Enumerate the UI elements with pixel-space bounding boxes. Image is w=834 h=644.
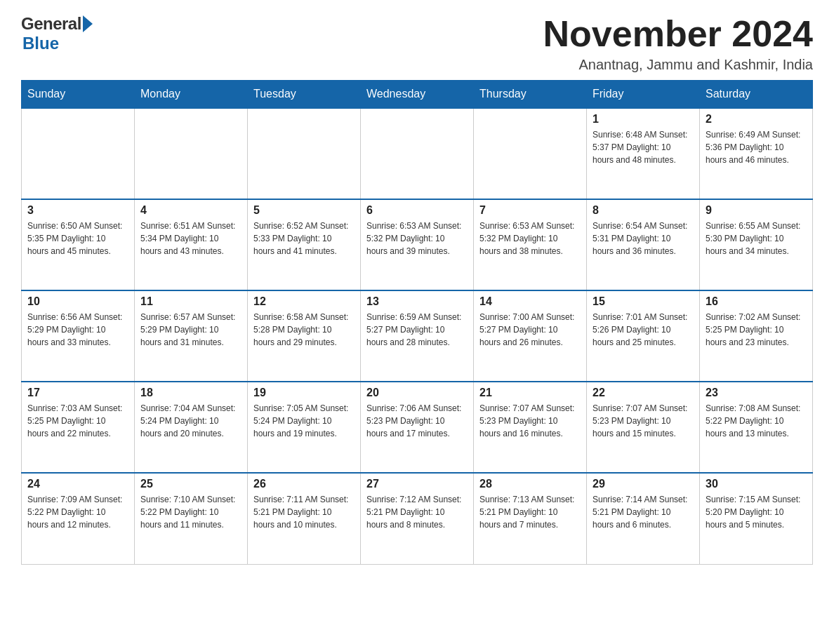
calendar-cell: 15Sunrise: 7:01 AM Sunset: 5:26 PM Dayli… [587,290,700,382]
calendar-week-5: 24Sunrise: 7:09 AM Sunset: 5:22 PM Dayli… [22,473,813,564]
day-info: Sunrise: 6:48 AM Sunset: 5:37 PM Dayligh… [593,128,694,166]
day-number: 16 [706,295,807,308]
logo-chevron-icon [83,15,93,32]
day-number: 12 [253,295,355,308]
logo-blue-text: Blue [22,34,59,53]
calendar-header-thursday: Thursday [474,81,587,109]
day-number: 7 [479,204,581,217]
day-number: 20 [366,387,468,399]
day-info: Sunrise: 7:15 AM Sunset: 5:20 PM Dayligh… [706,493,807,531]
calendar-cell: 3Sunrise: 6:50 AM Sunset: 5:35 PM Daylig… [22,199,135,290]
day-info: Sunrise: 6:56 AM Sunset: 5:29 PM Dayligh… [27,311,128,349]
day-number: 8 [593,204,694,217]
calendar-cell: 2Sunrise: 6:49 AM Sunset: 5:36 PM Daylig… [700,108,813,199]
day-number: 4 [140,204,241,217]
calendar-cell: 8Sunrise: 6:54 AM Sunset: 5:31 PM Daylig… [587,199,700,290]
day-number: 2 [706,113,807,126]
calendar-cell [135,108,248,199]
calendar-cell [474,108,587,199]
calendar-table: SundayMondayTuesdayWednesdayThursdayFrid… [21,80,813,565]
calendar-header-wednesday: Wednesday [361,81,474,109]
day-info: Sunrise: 6:58 AM Sunset: 5:28 PM Dayligh… [253,311,355,349]
day-number: 27 [366,478,468,490]
day-info: Sunrise: 7:11 AM Sunset: 5:21 PM Dayligh… [253,493,355,531]
day-number: 3 [27,204,128,217]
day-number: 30 [706,478,807,490]
calendar-cell: 11Sunrise: 6:57 AM Sunset: 5:29 PM Dayli… [135,290,248,382]
day-info: Sunrise: 7:00 AM Sunset: 5:27 PM Dayligh… [479,311,581,349]
day-number: 24 [27,478,128,490]
day-info: Sunrise: 7:02 AM Sunset: 5:25 PM Dayligh… [706,311,807,349]
calendar-header-friday: Friday [587,81,700,109]
calendar-header-monday: Monday [135,81,248,109]
day-number: 17 [27,387,128,399]
calendar-cell: 4Sunrise: 6:51 AM Sunset: 5:34 PM Daylig… [135,199,248,290]
calendar-cell [248,108,361,199]
calendar-cell: 9Sunrise: 6:55 AM Sunset: 5:30 PM Daylig… [700,199,813,290]
day-info: Sunrise: 6:49 AM Sunset: 5:36 PM Dayligh… [706,128,807,166]
calendar-cell: 5Sunrise: 6:52 AM Sunset: 5:33 PM Daylig… [248,199,361,290]
day-info: Sunrise: 7:13 AM Sunset: 5:21 PM Dayligh… [479,493,581,531]
day-number: 11 [140,295,241,308]
day-info: Sunrise: 6:53 AM Sunset: 5:32 PM Dayligh… [366,220,468,257]
calendar-cell: 20Sunrise: 7:06 AM Sunset: 5:23 PM Dayli… [361,382,474,473]
calendar-cell: 16Sunrise: 7:02 AM Sunset: 5:25 PM Dayli… [700,290,813,382]
calendar-cell: 23Sunrise: 7:08 AM Sunset: 5:22 PM Dayli… [700,382,813,473]
day-number: 5 [253,204,355,217]
calendar-cell: 10Sunrise: 6:56 AM Sunset: 5:29 PM Dayli… [22,290,135,382]
calendar-header-row: SundayMondayTuesdayWednesdayThursdayFrid… [22,81,813,109]
day-info: Sunrise: 7:12 AM Sunset: 5:21 PM Dayligh… [366,493,468,531]
day-info: Sunrise: 7:06 AM Sunset: 5:23 PM Dayligh… [366,402,468,440]
calendar-week-3: 10Sunrise: 6:56 AM Sunset: 5:29 PM Dayli… [22,290,813,382]
title-section: November 2024 Anantnag, Jammu and Kashmi… [543,14,813,73]
day-info: Sunrise: 6:54 AM Sunset: 5:31 PM Dayligh… [593,220,694,257]
day-number: 29 [593,478,694,490]
day-number: 1 [593,113,694,126]
day-number: 6 [366,204,468,217]
calendar-cell: 7Sunrise: 6:53 AM Sunset: 5:32 PM Daylig… [474,199,587,290]
calendar-cell: 19Sunrise: 7:05 AM Sunset: 5:24 PM Dayli… [248,382,361,473]
day-number: 9 [706,204,807,217]
day-info: Sunrise: 7:10 AM Sunset: 5:22 PM Dayligh… [140,493,241,531]
day-number: 19 [253,387,355,399]
calendar-cell: 14Sunrise: 7:00 AM Sunset: 5:27 PM Dayli… [474,290,587,382]
calendar-cell: 26Sunrise: 7:11 AM Sunset: 5:21 PM Dayli… [248,473,361,564]
calendar-cell: 22Sunrise: 7:07 AM Sunset: 5:23 PM Dayli… [587,382,700,473]
day-info: Sunrise: 7:03 AM Sunset: 5:25 PM Dayligh… [27,402,128,440]
day-info: Sunrise: 7:01 AM Sunset: 5:26 PM Dayligh… [593,311,694,349]
calendar-header-saturday: Saturday [700,81,813,109]
month-title: November 2024 [543,14,813,54]
calendar-header-sunday: Sunday [22,81,135,109]
day-info: Sunrise: 6:59 AM Sunset: 5:27 PM Dayligh… [366,311,468,349]
day-info: Sunrise: 7:08 AM Sunset: 5:22 PM Dayligh… [706,402,807,440]
day-info: Sunrise: 7:07 AM Sunset: 5:23 PM Dayligh… [593,402,694,440]
day-info: Sunrise: 6:52 AM Sunset: 5:33 PM Dayligh… [253,220,355,257]
day-number: 22 [593,387,694,399]
calendar-cell: 12Sunrise: 6:58 AM Sunset: 5:28 PM Dayli… [248,290,361,382]
logo-general-text: General [21,14,81,34]
location-text: Anantnag, Jammu and Kashmir, India [543,57,813,73]
day-info: Sunrise: 7:07 AM Sunset: 5:23 PM Dayligh… [479,402,581,440]
calendar-cell: 1Sunrise: 6:48 AM Sunset: 5:37 PM Daylig… [587,108,700,199]
calendar-cell [361,108,474,199]
day-number: 18 [140,387,241,399]
calendar-cell: 27Sunrise: 7:12 AM Sunset: 5:21 PM Dayli… [361,473,474,564]
calendar-cell: 25Sunrise: 7:10 AM Sunset: 5:22 PM Dayli… [135,473,248,564]
calendar-cell: 6Sunrise: 6:53 AM Sunset: 5:32 PM Daylig… [361,199,474,290]
day-number: 26 [253,478,355,490]
day-info: Sunrise: 7:05 AM Sunset: 5:24 PM Dayligh… [253,402,355,440]
page-header: General Blue November 2024 Anantnag, Jam… [21,14,813,73]
calendar-week-4: 17Sunrise: 7:03 AM Sunset: 5:25 PM Dayli… [22,382,813,473]
day-info: Sunrise: 6:53 AM Sunset: 5:32 PM Dayligh… [479,220,581,257]
day-number: 13 [366,295,468,308]
day-info: Sunrise: 6:51 AM Sunset: 5:34 PM Dayligh… [140,220,241,257]
calendar-cell: 24Sunrise: 7:09 AM Sunset: 5:22 PM Dayli… [22,473,135,564]
day-info: Sunrise: 7:09 AM Sunset: 5:22 PM Dayligh… [27,493,128,531]
day-number: 28 [479,478,581,490]
day-info: Sunrise: 7:14 AM Sunset: 5:21 PM Dayligh… [593,493,694,531]
calendar-week-2: 3Sunrise: 6:50 AM Sunset: 5:35 PM Daylig… [22,199,813,290]
calendar-cell: 18Sunrise: 7:04 AM Sunset: 5:24 PM Dayli… [135,382,248,473]
calendar-cell: 30Sunrise: 7:15 AM Sunset: 5:20 PM Dayli… [700,473,813,564]
calendar-week-1: 1Sunrise: 6:48 AM Sunset: 5:37 PM Daylig… [22,108,813,199]
logo: General Blue [21,14,93,53]
